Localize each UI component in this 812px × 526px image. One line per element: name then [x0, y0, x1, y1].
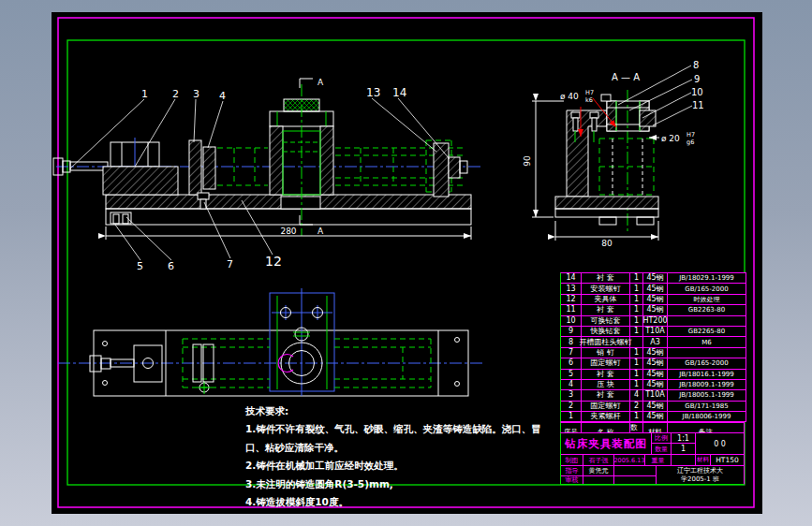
dim-dia40-num: H7: [585, 89, 594, 96]
part-qty: 1: [630, 348, 642, 358]
dim-dia40-den: k6: [585, 96, 593, 104]
school-line2: 学2005-1 班: [681, 475, 719, 484]
part-number: 12: [561, 295, 581, 304]
part-name: 衬 套: [582, 370, 629, 379]
part-material: A3: [643, 337, 667, 346]
tech-req-line: 2.铸件在机械加工前应经时效处理。: [245, 457, 564, 475]
school-name: 辽宁工程技术大 学2005-1 班: [657, 466, 744, 484]
part-note: GB/165-2000: [668, 358, 746, 368]
part-note: [668, 348, 746, 358]
empty-cell: [583, 476, 614, 484]
callout-2: 2: [172, 88, 179, 100]
part-name: 销 钉: [582, 348, 629, 358]
cad-screenshot: { "colors":{"line":"#ffffff","hidden":"#…: [0, 0, 812, 526]
scale-value: 1:1: [672, 433, 696, 444]
advisor-label: 指导: [561, 466, 583, 476]
part-qty: 1: [630, 412, 642, 421]
part-note: JB/18016.1-1999: [668, 370, 746, 379]
dim-dia20: ø 20: [661, 134, 680, 143]
part-material: 45钢: [643, 402, 667, 411]
callout-4: 4: [219, 90, 226, 102]
part-number: 10: [561, 316, 581, 326]
section-mark-bottom: A: [317, 226, 324, 236]
part-number: 3: [561, 390, 581, 400]
part-number: 2: [561, 402, 581, 411]
part-material: T10A: [643, 327, 667, 336]
part-name: 快换钻套: [582, 327, 629, 336]
tech-req-line: 1.铸件不许有裂纹、气孔、砂眼、缩孔、夹渣等铸造缺陷。浇口、冒: [245, 420, 564, 438]
part-material: HT200: [643, 316, 667, 326]
part-note: GB/165-2000: [668, 284, 746, 293]
part-number: 9: [561, 327, 581, 336]
qty-value: 1: [672, 444, 696, 455]
part-name: 安装螺钉: [582, 284, 629, 293]
part-name: 衬 套: [582, 390, 629, 400]
technical-requirements: 技术要求: 1.铸件不许有裂纹、气孔、砂眼、缩孔、夹渣等铸造缺陷。浇口、冒 口、…: [245, 402, 564, 511]
sheet-number: 0 0: [696, 433, 744, 455]
callout-8: 8: [693, 60, 699, 70]
part-material: 45钢: [643, 370, 667, 379]
part-number: 7: [561, 348, 581, 358]
part-qty: 1: [630, 305, 642, 314]
callout-12: 12: [265, 254, 282, 269]
callout-1: 1: [141, 88, 148, 100]
part-number: 1: [561, 412, 581, 421]
scale-label: 比例: [652, 433, 672, 444]
part-name: 衬 套: [582, 305, 629, 314]
material-value: HT150: [711, 455, 744, 466]
part-material: 45钢: [643, 412, 667, 421]
part-material: 45钢: [643, 284, 667, 293]
part-note: M6: [668, 337, 746, 346]
section-title: A — A: [612, 72, 640, 82]
dim-section-height: 90: [523, 155, 532, 167]
part-qty: 1: [630, 295, 642, 304]
drawn-by-name: 石子强: [583, 455, 614, 466]
drawn-date: 2005.6.13: [614, 455, 645, 466]
part-name: 固定螺钉: [582, 358, 629, 368]
part-qty: [630, 337, 642, 346]
part-name: 夹紧螺杆: [582, 412, 629, 421]
part-name: 固定螺钉: [582, 402, 629, 411]
callout-6: 6: [168, 260, 174, 272]
material-label: 材料: [696, 455, 711, 466]
callout-11: 11: [692, 100, 704, 110]
part-number: 11: [561, 305, 581, 314]
part-note: JB/18009.1-1999: [668, 380, 746, 389]
part-number: 8: [561, 337, 581, 346]
callout-13: 13: [366, 86, 380, 99]
part-qty: 1: [630, 316, 642, 326]
callout-7: 7: [227, 258, 233, 270]
part-number: 5: [561, 370, 581, 379]
part-material: 45钢: [643, 380, 667, 389]
part-material: 45钢: [643, 295, 667, 304]
qty-label: 数量: [652, 444, 672, 455]
dim-base-length: 280: [280, 226, 296, 236]
part-qty: 1: [630, 380, 642, 389]
dim-dia20-den: g6: [687, 139, 694, 146]
part-note: GB2263-80: [668, 305, 746, 314]
part-note: JB/18029.1-1999: [668, 273, 746, 283]
parts-list-header: 序号 名 称 数量 材料 备注: [560, 422, 745, 432]
callout-3: 3: [193, 88, 199, 100]
part-note: GB2265-80: [668, 327, 746, 336]
section-mark-top: A: [317, 78, 324, 87]
weight-label: 重量: [645, 455, 672, 466]
callout-14: 14: [392, 86, 406, 99]
part-number: 13: [561, 284, 581, 293]
part-name: 开槽圆柱头螺钉: [582, 337, 629, 346]
part-number: 4: [561, 380, 581, 389]
part-name: 可换钻套: [582, 316, 629, 326]
part-qty: 1: [630, 327, 642, 336]
part-name: 压 块: [582, 380, 629, 389]
part-number: 6: [561, 358, 581, 368]
title-block: 钻床夹具装配图 比例 1:1 数量 1 0 0 制图 石子强 2005.6.13…: [560, 432, 745, 485]
tech-req-line: 口、粘砂应清除干净。: [245, 439, 564, 457]
drawing-title: 钻床夹具装配图: [561, 433, 652, 455]
advisor-name: 黄凭元: [583, 466, 614, 476]
part-note: 时效处理: [668, 295, 746, 304]
part-material: 45钢: [643, 348, 667, 358]
part-material: 45钢: [643, 358, 667, 368]
part-material: 45钢: [643, 305, 667, 314]
dim-dia20-num: H7: [687, 131, 695, 139]
dim-dia40: ø 40: [560, 92, 579, 101]
